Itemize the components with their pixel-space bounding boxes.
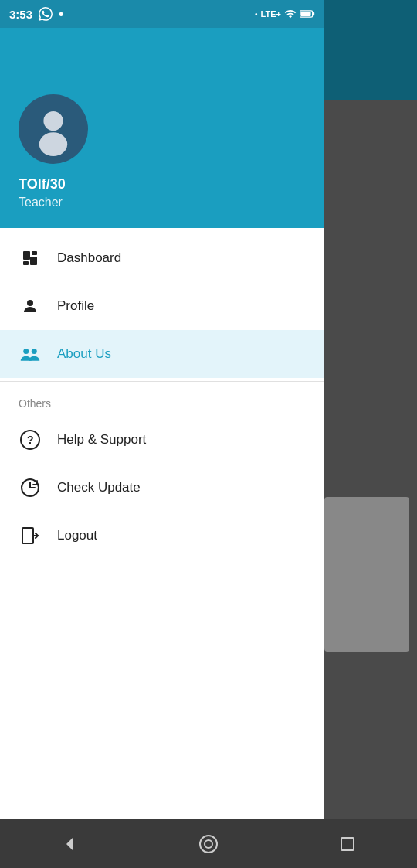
svg-marker-19: [66, 838, 73, 850]
menu-item-help-support[interactable]: ? Help & Support: [0, 416, 324, 464]
menu-item-about-us[interactable]: About Us: [0, 330, 324, 378]
menu-divider: [0, 381, 324, 382]
status-left: 3:53 •: [9, 6, 63, 22]
user-id: TOlf/30: [19, 176, 306, 192]
status-time: 3:53: [9, 8, 32, 21]
drawer-header: TOlf/30 Teacher: [0, 0, 324, 228]
menu-item-dashboard[interactable]: Dashboard: [0, 234, 324, 282]
dashboard-label: Dashboard: [57, 250, 121, 266]
svg-rect-2: [300, 12, 310, 16]
right-panel-top: [324, 0, 417, 100]
right-background-panel: [324, 0, 417, 868]
right-panel-card: [324, 497, 409, 652]
about-us-label: About Us: [57, 346, 111, 362]
menu-item-profile[interactable]: Profile: [0, 282, 324, 330]
profile-label: Profile: [57, 298, 94, 314]
help-support-icon: ?: [19, 428, 42, 451]
svg-point-11: [32, 349, 37, 354]
nav-home-button[interactable]: [189, 825, 228, 863]
logout-icon: [19, 524, 42, 547]
check-update-label: Check Update: [57, 480, 141, 495]
svg-point-20: [200, 836, 217, 853]
status-bar: 3:53 • • LTE+: [0, 0, 324, 28]
status-dot: •: [59, 6, 63, 22]
back-icon: [60, 835, 79, 853]
avatar: [19, 94, 88, 164]
menu-item-check-update[interactable]: Check Update: [0, 464, 324, 512]
lte-dot: •: [255, 10, 258, 19]
dashboard-icon: [19, 247, 42, 270]
navigation-drawer: TOlf/30 Teacher Dashboard: [0, 0, 324, 819]
logout-label: Logout: [57, 528, 97, 543]
svg-point-4: [39, 132, 67, 156]
whatsapp-icon: [39, 7, 53, 21]
svg-rect-7: [23, 261, 29, 265]
svg-text:?: ?: [27, 434, 34, 446]
nav-back-button[interactable]: [50, 825, 89, 863]
battery-icon: [300, 8, 315, 20]
svg-rect-22: [341, 838, 354, 850]
signal-icon: [284, 8, 297, 20]
svg-rect-6: [32, 251, 37, 255]
profile-icon: [19, 294, 42, 318]
lte-label: LTE+: [261, 9, 281, 19]
menu-item-logout[interactable]: Logout: [0, 512, 324, 560]
home-icon: [198, 834, 219, 854]
navigation-bar: [0, 819, 417, 868]
svg-rect-8: [30, 257, 37, 265]
svg-rect-1: [313, 12, 315, 15]
svg-point-10: [23, 349, 29, 354]
check-update-icon: [19, 476, 42, 499]
drawer-menu: Dashboard Profile: [0, 228, 324, 819]
recents-icon: [339, 836, 356, 853]
nav-recents-button[interactable]: [328, 825, 367, 863]
svg-rect-5: [23, 251, 30, 260]
status-right: • LTE+: [255, 8, 315, 20]
svg-rect-17: [22, 528, 33, 543]
others-section-label: Others: [0, 385, 324, 416]
svg-point-9: [27, 300, 33, 306]
svg-point-3: [43, 111, 63, 131]
avatar-image: [26, 102, 80, 156]
user-role: Teacher: [19, 196, 306, 209]
svg-point-21: [205, 840, 212, 848]
help-support-label: Help & Support: [57, 432, 146, 448]
about-us-icon: [19, 342, 42, 366]
